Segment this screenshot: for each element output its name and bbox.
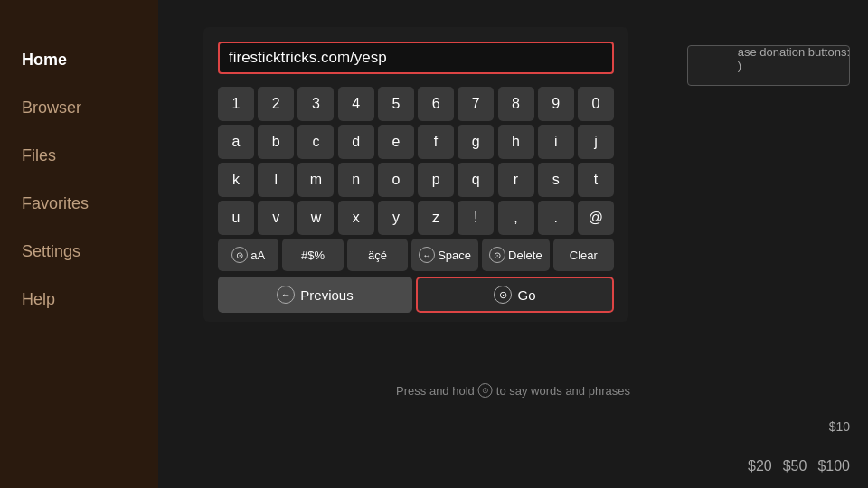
key-l[interactable]: l — [258, 163, 294, 197]
key-k[interactable]: k — [218, 163, 254, 197]
key-x[interactable]: x — [338, 201, 374, 235]
bottom-nav: ← Previous ⊙ Go — [218, 277, 614, 313]
go-button[interactable]: ⊙ Go — [416, 277, 614, 313]
key-a[interactable]: a — [218, 125, 254, 159]
previous-button[interactable]: ← Previous — [218, 277, 412, 313]
key-space[interactable]: ↔ Space — [411, 239, 478, 271]
key-c[interactable]: c — [297, 125, 334, 159]
key-clear[interactable]: Clear — [553, 239, 614, 271]
keyboard-overlay: 1 2 3 4 5 6 7 8 9 0 a b c d e f g h — [203, 27, 628, 322]
key-v[interactable]: v — [258, 201, 294, 235]
url-input[interactable] — [229, 49, 603, 67]
special-row: ⊙ aA #$% äçé ↔ Space ⊙ Delete — [218, 239, 614, 271]
key-0[interactable]: 0 — [578, 87, 614, 121]
key-symbols[interactable]: #$% — [282, 239, 343, 271]
key-t[interactable]: t — [578, 163, 614, 197]
key-9[interactable]: 9 — [538, 87, 574, 121]
donation-row1: $10 — [829, 419, 850, 434]
press-hold-hint: Press and hold ⊙ to say words and phrase… — [396, 383, 630, 398]
sidebar-item-help[interactable]: Help — [0, 276, 158, 324]
key-4[interactable]: 4 — [338, 87, 374, 121]
key-f[interactable]: f — [418, 125, 454, 159]
main-content: ase donation buttons: ) $10 $20 $50 $100… — [158, 0, 868, 488]
key-5[interactable]: 5 — [378, 87, 414, 121]
key-3[interactable]: 3 — [297, 87, 334, 121]
key-s[interactable]: s — [538, 163, 574, 197]
key-n[interactable]: n — [338, 163, 374, 197]
alpha-row-2: k l m n o p q r s t — [218, 163, 614, 197]
key-u[interactable]: u — [218, 201, 254, 235]
key-comma[interactable]: , — [498, 201, 534, 235]
key-i[interactable]: i — [538, 125, 574, 159]
sidebar: Home Browser Files Favorites Settings He… — [0, 0, 158, 488]
key-2[interactable]: 2 — [258, 87, 294, 121]
alpha-row-1: a b c d e f g h i j — [218, 125, 614, 159]
key-m[interactable]: m — [297, 163, 334, 197]
key-w[interactable]: w — [297, 201, 334, 235]
key-d[interactable]: d — [338, 125, 374, 159]
amount-100: $100 — [817, 458, 850, 474]
key-at[interactable]: @ — [578, 201, 614, 235]
sidebar-item-browser[interactable]: Browser — [0, 84, 158, 132]
key-z[interactable]: z — [418, 201, 454, 235]
key-q[interactable]: q — [458, 163, 494, 197]
key-1[interactable]: 1 — [218, 87, 254, 121]
virtual-keyboard: 1 2 3 4 5 6 7 8 9 0 a b c d e f g h — [218, 87, 614, 313]
key-7[interactable]: 7 — [458, 87, 494, 121]
amount-50: $50 — [783, 458, 807, 474]
key-r[interactable]: r — [498, 163, 534, 197]
amount-20: $20 — [748, 458, 772, 474]
key-j[interactable]: j — [578, 125, 614, 159]
sidebar-item-files[interactable]: Files — [0, 132, 158, 180]
key-6[interactable]: 6 — [418, 87, 454, 121]
key-b[interactable]: b — [258, 125, 294, 159]
key-delete[interactable]: ⊙ Delete — [482, 239, 550, 271]
key-8[interactable]: 8 — [498, 87, 534, 121]
key-period[interactable]: . — [538, 201, 574, 235]
sidebar-item-home[interactable]: Home — [0, 36, 158, 84]
key-p[interactable]: p — [418, 163, 454, 197]
donation-row2: $20 $50 $100 — [748, 458, 850, 474]
alpha-row-3: u v w x y z ! , . @ — [218, 201, 614, 235]
sidebar-item-favorites[interactable]: Favorites — [0, 180, 158, 228]
url-input-wrapper[interactable] — [218, 42, 614, 74]
key-g[interactable]: g — [458, 125, 494, 159]
key-o[interactable]: o — [378, 163, 414, 197]
key-h[interactable]: h — [498, 125, 534, 159]
number-row: 1 2 3 4 5 6 7 8 9 0 — [218, 87, 614, 121]
donation-label: ase donation buttons: ) — [738, 45, 850, 72]
key-exclaim[interactable]: ! — [458, 201, 494, 235]
key-accents[interactable]: äçé — [347, 239, 408, 271]
key-case[interactable]: ⊙ aA — [218, 239, 278, 271]
key-e[interactable]: e — [378, 125, 414, 159]
sidebar-item-settings[interactable]: Settings — [0, 228, 158, 276]
key-y[interactable]: y — [378, 201, 414, 235]
mic-icon: ⊙ — [478, 383, 493, 398]
